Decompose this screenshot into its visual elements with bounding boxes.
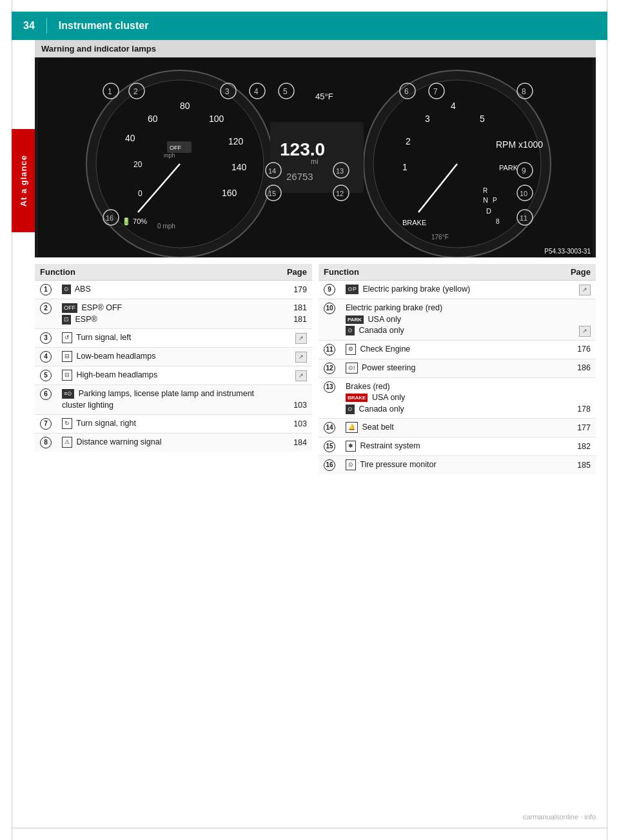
sidebar-tab: At a glance	[12, 129, 35, 232]
row-num: 8	[35, 434, 57, 452]
row-num: 7	[35, 415, 57, 434]
svg-text:1: 1	[402, 162, 408, 172]
row-num: 15	[319, 437, 340, 456]
main-content: Warning and indicator lamps 60 40 80 100…	[35, 40, 596, 474]
page-header: 34 Instrument cluster	[12, 12, 607, 40]
row-num: 16	[319, 456, 340, 475]
svg-text:4: 4	[254, 87, 259, 96]
row-page: 186	[565, 359, 596, 377]
svg-text:2: 2	[406, 136, 411, 146]
row-function: ⊙P Electric parking brake (yellow)	[340, 281, 565, 299]
watermark: carmanualsonline · info	[523, 813, 596, 821]
svg-text:7: 7	[433, 87, 438, 96]
svg-text:120: 120	[228, 136, 244, 146]
row-page: ↗	[565, 281, 596, 299]
svg-text:100: 100	[209, 114, 224, 124]
left-table-function-header: Function	[35, 264, 282, 281]
svg-text:N: N	[483, 196, 488, 204]
row-function: 🔔 Seat belt	[340, 419, 565, 437]
page-border-right	[607, 0, 607, 840]
svg-text:BRAKE: BRAKE	[402, 219, 426, 226]
table-row: 9 ⊙P Electric parking brake (yellow) ↗	[319, 281, 596, 299]
svg-text:6: 6	[404, 87, 409, 96]
svg-text:8: 8	[496, 218, 500, 225]
page-title: Instrument cluster	[59, 20, 149, 32]
table-row: 1 ⊙ ABS 179	[35, 281, 312, 299]
table-row: 2 OFF ESP® OFF ⊡ ESP® 181181	[35, 299, 312, 329]
svg-text:R: R	[483, 187, 487, 194]
svg-text:8: 8	[522, 87, 526, 96]
row-function: OFF ESP® OFF ⊡ ESP®	[57, 299, 282, 329]
svg-text:13: 13	[336, 167, 344, 175]
page-border-bottom	[12, 828, 607, 828]
svg-text:60: 60	[148, 114, 158, 124]
table-row: 8 ⚠ Distance warning signal 184	[35, 434, 312, 452]
row-num: 6	[35, 385, 57, 415]
svg-text:mph: mph	[164, 152, 175, 159]
table-row: 13 Brakes (red) BRAKE USA only ⊙ Canada …	[319, 377, 596, 419]
svg-text:mi: mi	[311, 157, 319, 165]
table-row: 5 ⊟ High-beam headlamps ↗	[35, 366, 312, 385]
row-page: 176	[565, 340, 596, 359]
page-border-left	[12, 0, 12, 840]
svg-text:2: 2	[133, 87, 138, 96]
table-row: 10 Electric parking brake (red) PARK USA…	[319, 299, 596, 341]
table-row: 3 ↺ Turn signal, left ↗	[35, 329, 312, 348]
table-row: 4 ⊟ Low-beam headlamps ↗	[35, 348, 312, 366]
row-function: ⊟ High-beam headlamps	[57, 366, 282, 385]
svg-text:1: 1	[108, 87, 112, 96]
row-num: 9	[319, 281, 340, 299]
svg-text:45°F: 45°F	[315, 92, 333, 101]
sidebar-label: At a glance	[19, 155, 28, 206]
left-table: Function Page 1 ⊙ ABS 179 2 OFF ESP® OFF	[35, 264, 312, 474]
section-title: Warning and indicator lamps	[35, 40, 596, 57]
svg-text:5: 5	[283, 87, 288, 96]
right-table: Function Page 9 ⊙P Electric parking brak…	[319, 264, 596, 474]
row-page: ↗	[565, 299, 596, 341]
page-number: 34	[23, 20, 35, 32]
row-page: 178	[565, 377, 596, 419]
svg-text:123.0: 123.0	[280, 139, 325, 159]
row-function: ↻ Turn signal, right	[57, 415, 282, 434]
row-function: ✱ Restraint system	[340, 437, 565, 456]
svg-text:160: 160	[222, 188, 237, 198]
row-function: ⊙! Power steering	[340, 359, 565, 377]
svg-text:P: P	[493, 197, 497, 204]
tables-container: Function Page 1 ⊙ ABS 179 2 OFF ESP® OFF	[35, 264, 596, 474]
row-num: 10	[319, 299, 340, 341]
table-row: 11 ⚙ Check Engine 176	[319, 340, 596, 359]
row-num: 4	[35, 348, 57, 366]
svg-text:9: 9	[522, 166, 526, 175]
row-page: ↗	[282, 348, 312, 366]
header-divider	[46, 18, 47, 34]
row-function: Electric parking brake (red) PARK USA on…	[340, 299, 565, 341]
table-row: 14 🔔 Seat belt 177	[319, 419, 596, 437]
svg-text:12: 12	[336, 190, 344, 197]
image-credit: P54.33-3003-31	[544, 248, 591, 255]
row-page: 177	[565, 419, 596, 437]
row-num: 11	[319, 340, 340, 359]
row-page: ↗	[282, 329, 312, 348]
svg-text:🔋 70%: 🔋 70%	[122, 217, 147, 226]
svg-text:3: 3	[425, 114, 430, 124]
row-num: 13	[319, 377, 340, 419]
row-num: 14	[319, 419, 340, 437]
row-page: ↗	[282, 366, 312, 385]
row-page: 179	[282, 281, 312, 299]
svg-text:10: 10	[520, 190, 527, 197]
right-table-page-header: Page	[565, 264, 596, 281]
svg-text:14: 14	[268, 167, 276, 175]
svg-text:16: 16	[106, 214, 113, 222]
cluster-svg: 60 40 80 100 120 140 160 20 0 0 mph OFF …	[35, 57, 596, 257]
row-page: 103	[282, 415, 312, 434]
svg-text:3: 3	[225, 87, 230, 96]
svg-text:PARK: PARK	[499, 164, 518, 172]
table-row: 16 ⊙ Tire pressure monitor 185	[319, 456, 596, 475]
svg-text:80: 80	[180, 101, 190, 111]
row-function: ⊙ Tire pressure monitor	[340, 456, 565, 475]
svg-text:D: D	[486, 207, 491, 215]
row-num: 5	[35, 366, 57, 385]
svg-text:OFF: OFF	[170, 145, 181, 151]
svg-text:20: 20	[133, 160, 142, 169]
row-page: 181181	[282, 299, 312, 329]
